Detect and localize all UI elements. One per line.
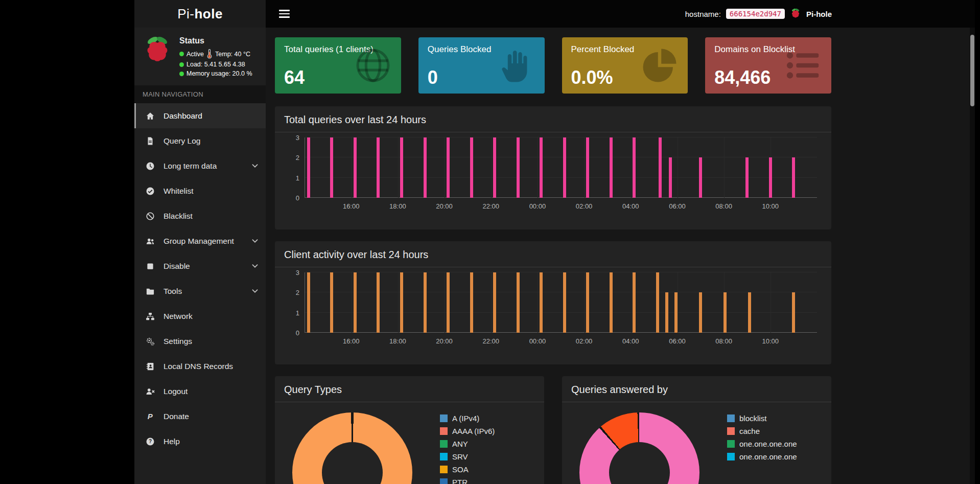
bar[interactable]: [400, 137, 403, 198]
x-tick-label: 16:00: [343, 202, 360, 210]
bar[interactable]: [377, 137, 380, 198]
sidebar-item-help[interactable]: ?Help: [134, 429, 266, 454]
bar[interactable]: [424, 272, 427, 333]
bar[interactable]: [792, 157, 795, 198]
bar[interactable]: [586, 137, 589, 198]
bar[interactable]: [633, 272, 636, 333]
sidebar-item-blacklist[interactable]: Blacklist: [134, 203, 266, 228]
panel-title: Queries answered by: [562, 376, 831, 402]
legend-item[interactable]: ANY: [440, 440, 495, 448]
sidebar-item-network[interactable]: Network: [134, 304, 266, 329]
bar[interactable]: [745, 157, 749, 198]
sidebar-item-settings[interactable]: Settings: [134, 329, 266, 354]
stat-card-domains-on-blocklist: Domains on Blocklist84,466: [705, 37, 831, 94]
bar[interactable]: [610, 272, 613, 333]
legend-item[interactable]: AAAA (IPv6): [440, 427, 495, 435]
status-ok-dot: [179, 72, 184, 76]
bar[interactable]: [748, 292, 751, 333]
stat-card-value: 0.0%: [571, 67, 613, 88]
bar[interactable]: [493, 137, 496, 198]
bar[interactable]: [330, 137, 333, 198]
bar[interactable]: [659, 137, 662, 198]
bar[interactable]: [669, 157, 672, 198]
legend-item[interactable]: one.one.one.one: [727, 452, 797, 461]
donut-chart[interactable]: [292, 412, 412, 484]
sidebar-item-local-dns-records[interactable]: Local DNS Records: [134, 354, 266, 379]
sidebar-item-donate[interactable]: PDonate: [134, 404, 266, 429]
chart-plot: [305, 272, 817, 333]
scrollbar-thumb[interactable]: [970, 35, 974, 106]
scrollbar-track[interactable]: [970, 0, 975, 484]
status-load-line: Load: 5.41 5.65 4.38: [179, 61, 252, 68]
users-icon: [146, 237, 157, 246]
legend-item[interactable]: SRV: [440, 452, 495, 461]
bar[interactable]: [674, 292, 678, 333]
bar[interactable]: [769, 157, 772, 198]
bar[interactable]: [633, 137, 636, 198]
legend-item[interactable]: one.one.one.one: [727, 440, 797, 448]
bar[interactable]: [563, 137, 566, 198]
x-tick-label: 02:00: [576, 337, 593, 345]
sidebar-item-tools[interactable]: Tools: [134, 279, 266, 304]
y-tick-label: 1: [296, 309, 299, 316]
bar[interactable]: [563, 272, 566, 333]
bar[interactable]: [447, 272, 450, 333]
y-axis: 0123: [284, 137, 299, 198]
sidebar-item-logout[interactable]: Logout: [134, 379, 266, 404]
bar[interactable]: [307, 137, 310, 198]
hamburger-menu-button[interactable]: [276, 5, 293, 23]
sidebar-item-whitelist[interactable]: Whitelist: [134, 178, 266, 203]
sidebar-item-label: Dashboard: [164, 111, 202, 121]
bar[interactable]: [586, 272, 589, 333]
bar[interactable]: [447, 137, 450, 198]
svg-text:P: P: [148, 412, 153, 421]
panel-title: Query Types: [275, 376, 544, 402]
bar[interactable]: [540, 137, 543, 198]
bar[interactable]: [699, 292, 702, 333]
bar[interactable]: [470, 272, 473, 333]
bar[interactable]: [354, 137, 357, 198]
sidebar-item-query-log[interactable]: Query Log: [134, 128, 266, 153]
x-tick-label: 08:00: [715, 202, 732, 210]
x-tick-label: 08:00: [715, 337, 732, 345]
bar[interactable]: [470, 137, 473, 198]
legend-item[interactable]: SOA: [440, 465, 495, 474]
bar[interactable]: [656, 272, 659, 333]
bar[interactable]: [307, 272, 310, 333]
legend-item[interactable]: cache: [727, 427, 797, 435]
legend-item[interactable]: blocklist: [727, 414, 797, 423]
sidebar-item-label: Long term data: [164, 162, 217, 171]
bar[interactable]: [424, 137, 427, 198]
bar[interactable]: [493, 272, 496, 333]
bar[interactable]: [610, 137, 613, 198]
raspberry-logo: [142, 34, 173, 69]
legend-label: blocklist: [739, 414, 766, 423]
x-tick-label: 00:00: [529, 202, 546, 210]
sidebar-item-dashboard[interactable]: Dashboard: [134, 103, 266, 128]
legend-label: A (IPv4): [452, 414, 479, 423]
chart-legend: blocklistcacheone.one.one.oneone.one.one…: [727, 412, 797, 484]
bar[interactable]: [330, 272, 333, 333]
donut-chart[interactable]: [579, 412, 699, 484]
stat-card-value: 64: [284, 67, 305, 88]
bar[interactable]: [792, 292, 795, 333]
sidebar-item-label: Tools: [164, 287, 182, 296]
hand-icon: [497, 45, 536, 85]
gears-icon: [146, 337, 157, 346]
legend-swatch: [727, 453, 735, 460]
sidebar-item-disable[interactable]: Disable: [134, 253, 266, 279]
legend-item[interactable]: A (IPv4): [440, 414, 495, 423]
bar[interactable]: [517, 137, 520, 198]
bar[interactable]: [400, 272, 403, 333]
legend-item[interactable]: PTR: [440, 478, 495, 484]
bar[interactable]: [354, 272, 357, 333]
bar[interactable]: [724, 292, 727, 333]
bar[interactable]: [517, 272, 520, 333]
bar[interactable]: [665, 292, 668, 333]
bar[interactable]: [699, 157, 702, 198]
bar[interactable]: [377, 272, 380, 333]
bar[interactable]: [540, 272, 543, 333]
sidebar-item-long-term-data[interactable]: Long term data: [134, 153, 266, 178]
sidebar-item-group-management[interactable]: Group Management: [134, 228, 266, 253]
app-logo[interactable]: Pi-hole: [134, 0, 266, 28]
